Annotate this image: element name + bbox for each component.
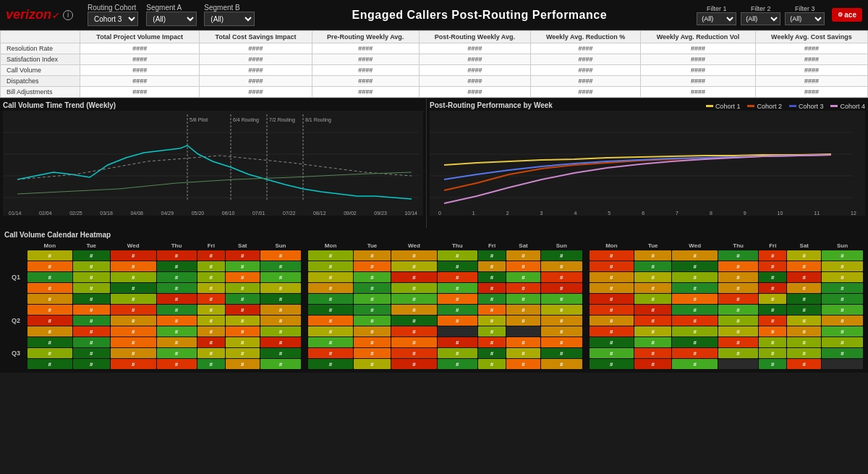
heatmap-cell: # <box>672 250 718 261</box>
heatmap-row-label <box>5 283 27 293</box>
metric-cell: #### <box>641 65 756 76</box>
heatmap-cell: # <box>590 348 634 358</box>
heatmap-cell: # <box>197 294 225 304</box>
heatmap-cell: # <box>157 316 197 326</box>
heatmap-cell: # <box>308 283 353 293</box>
heatmap-cell: # <box>354 305 391 315</box>
heatmap-cell: # <box>787 337 821 347</box>
heatmap-cell <box>718 359 758 369</box>
heatmap-cell: # <box>672 326 718 337</box>
heatmap-cell: # <box>672 348 718 358</box>
heatmap-cell: # <box>478 316 506 326</box>
heatmap-cell: # <box>506 272 540 282</box>
heatmap-cell: # <box>438 316 477 326</box>
heatmap-cell: # <box>197 326 225 337</box>
heatmap-day-header: Tue <box>73 242 110 250</box>
heatmap-cell: # <box>438 359 477 369</box>
heatmap-cell: # <box>157 359 197 369</box>
filter1-label: Filter 1 <box>707 5 727 12</box>
filter3-select[interactable]: (All) <box>785 12 825 25</box>
metric-row-label: Satisfaction Index <box>1 54 80 65</box>
heatmap-day-header: Sat <box>787 242 821 250</box>
heatmap-cell: # <box>759 272 786 282</box>
heatmap-cell: # <box>197 261 225 271</box>
heatmap-cell: # <box>478 305 506 315</box>
heatmap-data-row: ##################### <box>5 294 863 304</box>
heatmap-cell: # <box>787 250 821 261</box>
heatmap-cell: # <box>590 316 634 326</box>
heatmap-cell: # <box>672 316 718 326</box>
info-icon[interactable]: i <box>63 10 73 20</box>
routing-cohort-filter: Routing Cohort Cohort 3 <box>88 4 139 26</box>
heatmap-cell: # <box>354 294 391 304</box>
heatmap-cell: # <box>391 326 437 337</box>
heatmap-day-header: Thu <box>718 242 758 250</box>
heatmap-day-header: Wed <box>111 242 156 250</box>
metric-row-label: Bill Adjustments <box>1 87 80 98</box>
heatmap-cell: # <box>787 326 821 337</box>
filter2-group: Filter 2 (All) <box>741 5 780 25</box>
metric-cell: #### <box>531 43 641 54</box>
heatmap-cell: # <box>391 337 437 347</box>
segment-a-filter: Segment A (All) <box>146 4 197 26</box>
metric-cell: #### <box>80 76 200 87</box>
heatmap-cell: # <box>111 305 156 315</box>
segment-b-filter: Segment B (All) <box>204 4 255 26</box>
heatmap-cell: # <box>354 316 391 326</box>
filter2-select[interactable]: (All) <box>741 12 780 25</box>
heatmap-data-row: Q1##################### <box>5 272 863 282</box>
segment-a-select[interactable]: (All) <box>146 12 197 26</box>
metric-cell: #### <box>419 54 530 65</box>
heatmap-cell: # <box>506 305 540 315</box>
heatmap-cell: # <box>27 294 72 304</box>
legend-cohort2: Cohort 2 <box>747 103 782 110</box>
heatmap-cell: # <box>226 316 260 326</box>
heatmap-cell: # <box>197 337 225 347</box>
heatmap-cell: # <box>759 261 786 271</box>
heatmap-cell: # <box>354 250 391 261</box>
heatmap-cell: # <box>718 294 758 304</box>
heatmap-cell: # <box>541 316 582 326</box>
metric-row-label: Dispatches <box>1 76 80 87</box>
heatmap-day-header: Fri <box>197 242 225 250</box>
heatmap-cell: # <box>157 326 197 337</box>
heatmap-cell: # <box>197 283 225 293</box>
heatmap-cell: # <box>354 272 391 282</box>
heatmap-day-header: Tue <box>354 242 391 250</box>
heatmap-cell: # <box>718 305 758 315</box>
heatmap-cell: # <box>478 348 506 358</box>
heatmap-cell: # <box>354 359 391 369</box>
left-chart-container: 5/8 Pilot 6/4 Routing 7/2 Routing 8/1 Ro… <box>3 111 423 216</box>
heatmap-cell: # <box>634 305 671 315</box>
heatmap-row-label <box>5 337 27 347</box>
heatmap-cell: # <box>506 283 540 293</box>
metric-cell: #### <box>755 54 867 65</box>
filter1-select[interactable]: (All) <box>697 12 736 25</box>
heatmap-cell: # <box>822 294 863 304</box>
metric-cell: #### <box>419 76 530 87</box>
heatmap-cell: # <box>590 294 634 304</box>
heatmap-cell: # <box>478 250 506 261</box>
heatmap-cell: # <box>111 294 156 304</box>
metric-cell: #### <box>531 54 641 65</box>
heatmap-cell: # <box>541 250 582 261</box>
heatmap-cell: # <box>354 348 391 358</box>
segment-b-select[interactable]: (All) <box>204 12 255 26</box>
col-header-label <box>1 31 80 43</box>
heatmap-cell: # <box>478 294 506 304</box>
heatmap-cell: # <box>541 294 582 304</box>
metric-cell: #### <box>755 87 867 98</box>
heatmap-cell: # <box>822 283 863 293</box>
heatmap-cell: # <box>759 337 786 347</box>
heatmap-cell: # <box>759 283 786 293</box>
segment-a-label: Segment A <box>146 4 194 12</box>
heatmap-cell: # <box>672 272 718 282</box>
heatmap-cell: # <box>157 272 197 282</box>
right-chart-svg <box>430 111 853 216</box>
heatmap-cell: # <box>634 326 671 337</box>
heatmap-cell: # <box>718 316 758 326</box>
routing-cohort-select[interactable]: Cohort 3 <box>88 12 138 26</box>
heatmap-cell: # <box>27 250 72 261</box>
heatmap-data-row: Q3##################### <box>5 348 863 358</box>
heatmap-cell: # <box>260 283 302 293</box>
